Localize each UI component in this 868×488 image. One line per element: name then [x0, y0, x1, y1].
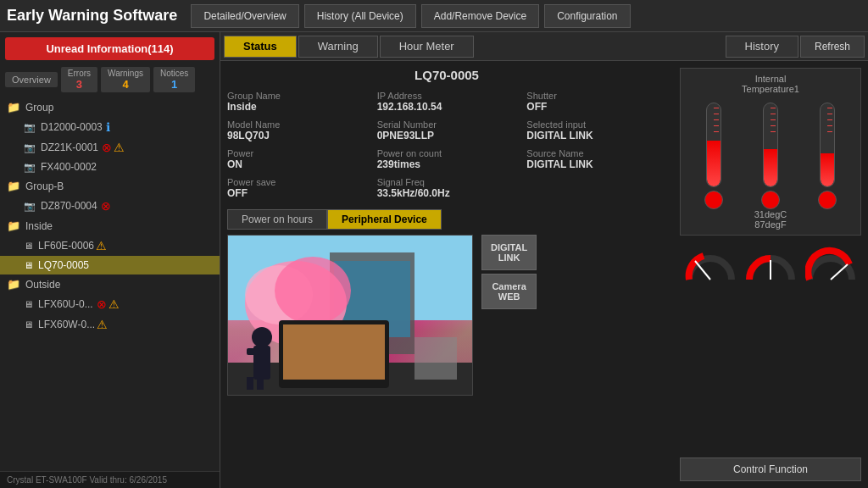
gauge-2: [745, 246, 796, 280]
group-outside-header[interactable]: 📁 Outside: [0, 274, 220, 294]
svg-rect-11: [247, 348, 259, 355]
camera-icon-dz870: 📷: [24, 201, 36, 212]
warning-badge-lfx60u: ⚠: [108, 297, 120, 311]
digital-link-button[interactable]: DIGITALLINK: [481, 235, 537, 270]
device-lfx60u[interactable]: 🖥 LFX60U-0... ⊗ ⚠: [0, 294, 220, 314]
unread-info-button[interactable]: Unread Information(114): [5, 37, 214, 60]
shutter-value: OFF: [526, 101, 666, 113]
device-lf60e[interactable]: 🖥 LF60E-0006 ⚠: [0, 236, 220, 256]
model-label: Model Name: [227, 119, 367, 130]
monitor-icon-lq70: 🖥: [24, 260, 33, 270]
detailed-overview-button[interactable]: Detailed/Overview: [191, 4, 298, 28]
device-lfx60w[interactable]: 🖥 LFX60W-0... ⚠: [0, 314, 220, 335]
notices-label: Notices: [160, 69, 188, 78]
error-badge-dz870: ⊗: [101, 199, 111, 213]
selected-input-item: Selected input DIGITAL LINK: [526, 119, 666, 141]
control-function-button[interactable]: Control Function: [680, 458, 861, 481]
power-save-label: Power save: [227, 177, 367, 187]
device-fx400[interactable]: 📷 FX400-0002: [0, 158, 220, 176]
folder-icon-inside: 📁: [7, 219, 20, 232]
device-name-lf60e: LF60E-0006: [38, 240, 94, 252]
therm-tube-3: [820, 103, 835, 187]
power-save-item: Power save OFF: [227, 177, 367, 199]
thermometer-2: [761, 103, 780, 209]
content-area: LQ70-0005 Group Name Inside IP Address 1…: [220, 61, 868, 488]
source-name-label: Source Name: [526, 148, 666, 158]
temp-reading: 31degC 87degF: [686, 209, 855, 230]
error-badge-lfx60u: ⊗: [97, 297, 107, 311]
history-all-button[interactable]: History (All Device): [304, 4, 416, 28]
warning-badge-dz21k: ⚠: [114, 141, 125, 154]
model-value: 98LQ70J: [227, 130, 367, 141]
side-buttons: DIGITALLINK CameraWEB: [481, 235, 537, 309]
right-column: InternalTemperature1: [673, 61, 868, 488]
thermometer-1: [704, 103, 723, 209]
warning-badge-lf60e: ⚠: [96, 239, 107, 252]
device-d12000[interactable]: 📷 D12000-0003 ℹ: [0, 117, 220, 137]
svg-line-15: [695, 261, 710, 280]
monitor-icon-lfx60w: 🖥: [24, 319, 33, 330]
group-group-header[interactable]: 📁 Group: [0, 97, 220, 117]
therm-tube-2: [763, 103, 778, 187]
svg-rect-13: [247, 377, 253, 390]
therm-fill-3: [821, 153, 834, 186]
serial-label: Serial Number: [377, 119, 517, 130]
svg-line-17: [831, 264, 848, 280]
power-on-hours-tab[interactable]: Power on hours: [227, 209, 327, 230]
error-badge-dz21k: ⊗: [102, 141, 112, 154]
device-name-d12000: D12000-0003: [41, 121, 103, 133]
ip-value: 192.168.10.54: [377, 101, 517, 113]
add-remove-button[interactable]: Add/Remove Device: [421, 4, 539, 28]
tab-history[interactable]: History: [726, 36, 798, 58]
device-info-grid: Group Name Inside IP Address 192.168.10.…: [227, 91, 666, 199]
group-name-value: Inside: [227, 101, 367, 113]
tab-status[interactable]: Status: [224, 36, 297, 58]
device-lq70[interactable]: 🖥 LQ70-0005: [0, 256, 220, 274]
warnings-count: 4: [122, 78, 128, 91]
temp-celsius: 31degC 87degF: [754, 209, 787, 230]
therm-bulb-3: [818, 191, 837, 209]
power-on-count-value: 239times: [377, 158, 517, 170]
device-name-dz870: DZ870-0004: [41, 200, 97, 212]
source-name-value: DIGITAL LINK: [526, 158, 666, 170]
gauge-1: [685, 246, 736, 280]
peripheral-device-tab[interactable]: Peripheral Device: [327, 209, 442, 230]
lower-tabs: Power on hours Peripheral Device: [227, 209, 666, 230]
overview-label: Overview: [5, 72, 58, 87]
tab-hour-meter[interactable]: Hour Meter: [380, 36, 474, 58]
therm-bulb-1: [704, 191, 723, 209]
svg-rect-12: [257, 377, 264, 390]
status-panel: LQ70-0005 Group Name Inside IP Address 1…: [220, 61, 673, 488]
camera-web-button[interactable]: CameraWEB: [481, 274, 537, 309]
svg-rect-14: [415, 337, 457, 380]
therm-lines-2: [771, 108, 776, 132]
configuration-button[interactable]: Configuration: [544, 4, 630, 28]
camera-icon-fx400: 📷: [24, 162, 36, 173]
gauges-section: [680, 246, 861, 280]
therm-fill-1: [707, 141, 721, 186]
notices-count: 1: [171, 78, 177, 91]
overview-stats-row: Overview Errors 3 Warnings 4 Notices 1: [0, 65, 220, 94]
notices-stat: Notices 1: [153, 67, 195, 92]
selected-input-value: DIGITAL LINK: [526, 130, 666, 141]
license-footer: Crystal ET-SWA100F Valid thru: 6/26/2015: [0, 471, 220, 488]
lower-content: DIGITALLINK CameraWEB: [227, 235, 666, 396]
right-panel: Status Warning Hour Meter History Refres…: [220, 32, 868, 488]
group-label: Group: [25, 102, 53, 114]
device-title: LQ70-0005: [227, 68, 666, 82]
camera-icon: 📷: [24, 122, 36, 133]
device-dz21k[interactable]: 📷 DZ21K-0001 ⊗ ⚠: [0, 137, 220, 158]
source-name-item: Source Name DIGITAL LINK: [526, 148, 666, 170]
svg-point-5: [275, 257, 351, 324]
device-dz870[interactable]: 📷 DZ870-0004 ⊗: [0, 196, 220, 216]
therm-fill-2: [764, 149, 777, 186]
serial-value: 0PNE93LLP: [377, 130, 517, 141]
shutter-item: Shutter OFF: [526, 91, 666, 113]
power-label: Power: [227, 148, 367, 158]
group-b-label: Group-B: [25, 180, 64, 192]
monitor-icon-lf60e: 🖥: [24, 241, 33, 251]
tab-warning[interactable]: Warning: [298, 36, 378, 58]
group-b-header[interactable]: 📁 Group-B: [0, 176, 220, 196]
group-inside-header[interactable]: 📁 Inside: [0, 216, 220, 236]
refresh-button[interactable]: Refresh: [800, 36, 865, 58]
